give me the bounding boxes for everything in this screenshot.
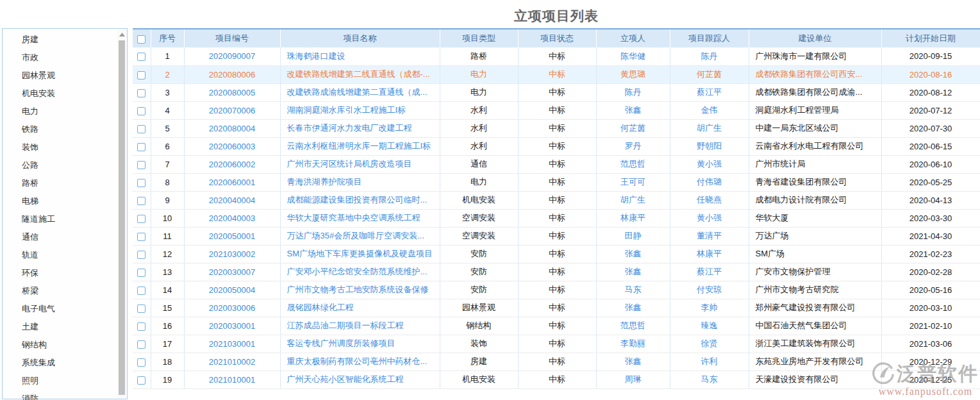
table-row[interactable]: 142020050004广州市文物考古工地安防系统设备保修安防中标马东付安琼广州… — [133, 281, 980, 299]
cell-tracker-link[interactable]: 黄小强 — [697, 159, 722, 169]
cell-initiator-link[interactable]: 田静 — [625, 231, 642, 240]
cell-project-code-link[interactable]: 2021010001 — [209, 375, 255, 385]
cell-initiator-link[interactable]: 张鑫 — [625, 105, 642, 115]
cell-project-name-link[interactable]: 改建铁路成渝线增建第二直通线（成... — [287, 87, 428, 97]
cell-project-name-link[interactable]: 湖南洞庭湖水库引水工程施工I标 — [287, 105, 406, 115]
sidebar-item[interactable]: 隧道施工 — [3, 210, 127, 228]
cell-project-name-link[interactable]: 广安邓小平纪念馆安全防范系统维护... — [287, 267, 428, 276]
table-row[interactable]: 122021030002SM广场地下车库更换摄像机及硬盘项目安防中标张鑫林康平S… — [133, 245, 980, 263]
cell-project-name-link[interactable]: 广州市文物考古工地安防系统设备保修 — [287, 285, 429, 294]
cell-project-name-link[interactable]: 万达广场35#会所及咖啡厅空调安装... — [287, 231, 425, 240]
sidebar-item[interactable]: 机电安装 — [3, 85, 127, 103]
sidebar-item[interactable]: 公路 — [3, 156, 127, 174]
cell-initiator-link[interactable]: 黄思璐 — [620, 69, 645, 79]
column-header[interactable]: 建设单位 — [749, 29, 881, 47]
cell-project-name-link[interactable]: 青海洪湖养护院项目 — [287, 177, 362, 187]
scroll-thumb[interactable] — [119, 40, 125, 395]
sidebar-item[interactable]: 铁路 — [3, 121, 127, 138]
select-all-checkbox[interactable] — [137, 35, 145, 44]
row-checkbox[interactable] — [137, 358, 145, 367]
cell-tracker-link[interactable]: 胡广生 — [697, 123, 722, 133]
table-row[interactable]: 52020080004长春市伊通河水力发电厂改建工程水利中标何芷茵胡广生中建一局… — [133, 119, 980, 137]
row-checkbox[interactable] — [137, 107, 145, 115]
cell-initiator-link[interactable]: 林康平 — [620, 213, 645, 222]
cell-initiator-link[interactable]: 胡广生 — [620, 195, 645, 204]
table-row[interactable]: 22020080006改建铁路线增建第二线直通线（成都-...电力中标黄思璐何芷… — [133, 65, 980, 83]
cell-project-code-link[interactable]: 2020070006 — [209, 106, 255, 115]
cell-project-code-link[interactable]: 2020080004 — [209, 124, 255, 133]
cell-project-code-link[interactable]: 2020040003 — [209, 213, 255, 223]
sidebar-item[interactable]: 电子电气 — [3, 300, 127, 318]
cell-initiator-link[interactable]: 周琳 — [625, 374, 642, 384]
cell-initiator-link[interactable]: 张鑫 — [625, 267, 642, 276]
cell-project-name-link[interactable]: 晟铭园林绿化工程 — [287, 303, 354, 312]
table-row[interactable]: 82020060001青海洪湖养护院项目电力中标王可可付伟璐青海省建设集团有限公… — [133, 173, 980, 191]
row-checkbox[interactable] — [137, 340, 145, 349]
cell-initiator-link[interactable]: 张鑫 — [625, 303, 642, 312]
table-row[interactable]: 182021010002重庆太极制药有限公司亳州中药材仓...房建中标张鑫许利东… — [133, 353, 980, 371]
table-row[interactable]: 42020070006湖南洞庭湖水库引水工程施工I标水利中标张鑫金伟洞庭湖水利工… — [133, 101, 980, 119]
cell-initiator-link[interactable]: 陈丹 — [625, 87, 642, 97]
cell-project-code-link[interactable]: 2021030002 — [209, 249, 255, 259]
cell-initiator-link[interactable]: 张鑫 — [625, 249, 642, 258]
column-header[interactable]: 计划开始日期 — [881, 29, 980, 47]
column-header[interactable]: 序号 — [151, 29, 184, 47]
sidebar-item[interactable]: 系统集成 — [3, 354, 127, 372]
table-row[interactable]: 62020060003云南水利枢纽潜明水库一期工程施工I标水利中标罗丹野朝阳云南… — [133, 137, 980, 155]
cell-project-name-link[interactable]: 长春市伊通河水力发电厂改建工程 — [287, 123, 412, 133]
cell-project-code-link[interactable]: 2020030006 — [209, 303, 255, 313]
table-row[interactable]: 152020030006晟铭园林绿化工程园林景观中标张鑫李帅郑州豪气建设投资有限… — [133, 299, 980, 317]
column-header[interactable]: 立项人 — [596, 29, 670, 47]
cell-tracker-link[interactable]: 陈丹 — [701, 51, 718, 61]
cell-project-name-link[interactable]: 江苏成品油二期项目一标段工程 — [287, 321, 404, 330]
cell-tracker-link[interactable]: 蔡江平 — [697, 87, 722, 97]
cell-tracker-link[interactable]: 金伟 — [701, 105, 718, 115]
cell-tracker-link[interactable]: 付安琼 — [697, 285, 722, 294]
cell-tracker-link[interactable]: 任晓燕 — [697, 195, 722, 204]
cell-project-code-link[interactable]: 2020050004 — [209, 285, 255, 295]
cell-initiator-link[interactable]: 陈华健 — [620, 51, 645, 61]
cell-initiator-link[interactable]: 何芷茵 — [620, 123, 645, 133]
cell-tracker-link[interactable]: 黄小强 — [697, 213, 722, 222]
sidebar-item[interactable]: 消防 — [3, 390, 127, 400]
cell-project-code-link[interactable]: 2020090007 — [209, 51, 255, 61]
cell-initiator-link[interactable]: 张鑫 — [625, 356, 642, 366]
cell-project-code-link[interactable]: 2021030001 — [209, 339, 255, 349]
cell-tracker-link[interactable]: 野朝阳 — [697, 141, 722, 151]
row-checkbox[interactable] — [137, 322, 145, 331]
sidebar-item[interactable]: 钢结构 — [3, 336, 127, 354]
sidebar-item[interactable]: 通信 — [3, 228, 127, 246]
cell-project-code-link[interactable]: 2020080006 — [209, 70, 255, 79]
table-row[interactable]: 172021030001客运专线广州调度所装修项目装饰中标李勤丽徐贤浙江美工建筑… — [133, 335, 980, 353]
row-checkbox[interactable] — [137, 197, 145, 205]
row-checkbox[interactable] — [137, 233, 145, 241]
row-checkbox[interactable] — [137, 251, 145, 259]
row-checkbox[interactable] — [137, 161, 145, 169]
table-row[interactable]: 132020030007广安邓小平纪念馆安全防范系统维护...安防中标张鑫蔡江平… — [133, 263, 980, 281]
cell-tracker-link[interactable]: 马东 — [701, 374, 718, 384]
cell-tracker-link[interactable]: 徐贤 — [701, 338, 718, 348]
column-header[interactable]: 项目编号 — [184, 29, 280, 47]
column-header[interactable]: 项目名称 — [280, 29, 440, 47]
sidebar-item[interactable]: 环保 — [3, 264, 127, 282]
sidebar-scrollbar[interactable] — [117, 29, 126, 398]
table-row[interactable]: 12020090007珠海鹤港口建设路桥中标陈华健陈丹广州珠海市一建有限公司20… — [133, 47, 980, 65]
cell-project-name-link[interactable]: 广州市天河区统计局机房改造项目 — [287, 159, 412, 169]
cell-project-name-link[interactable]: 改建铁路线增建第二线直通线（成都-... — [287, 69, 430, 79]
cell-tracker-link[interactable]: 许利 — [701, 356, 718, 366]
column-header[interactable]: 项目状态 — [518, 29, 596, 47]
cell-project-name-link[interactable]: 华软大厦研究基地中央空调系统工程 — [287, 213, 420, 222]
sidebar-item[interactable]: 照明 — [3, 372, 127, 390]
cell-project-name-link[interactable]: 广州天心苑小区智能化系统工程 — [287, 374, 404, 384]
cell-project-code-link[interactable]: 2020060003 — [209, 142, 255, 151]
cell-project-code-link[interactable]: 2020080005 — [209, 88, 255, 97]
cell-project-code-link[interactable]: 2020060001 — [209, 178, 255, 187]
cell-tracker-link[interactable]: 付伟璐 — [697, 177, 722, 187]
table-row[interactable]: 102020040003华软大厦研究基地中央空调系统工程空调安装中标林康平黄小强… — [133, 209, 980, 227]
row-checkbox[interactable] — [137, 71, 145, 79]
sidebar-item[interactable]: 电力 — [3, 103, 127, 121]
sidebar-item[interactable]: 电梯 — [3, 192, 127, 210]
row-checkbox[interactable] — [137, 376, 145, 385]
cell-project-code-link[interactable]: 2020030001 — [209, 321, 255, 331]
table-row[interactable]: 162020030001江苏成品油二期项目一标段工程钢结构中标范思哲臻逸中国石油… — [133, 317, 980, 335]
